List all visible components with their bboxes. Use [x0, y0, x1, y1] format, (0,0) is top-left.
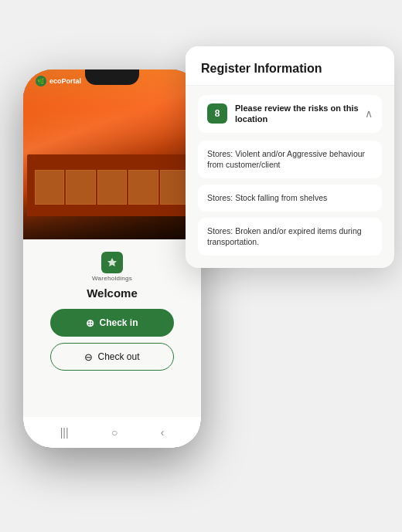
brand-icon: [101, 252, 123, 273]
building-facade: [27, 154, 197, 216]
checkout-icon: ⊖: [84, 351, 93, 363]
chevron-up-icon: ∧: [365, 107, 373, 120]
risk-section-title: Please review the risks on this location: [235, 103, 365, 125]
checkin-button[interactable]: ⊕ Check in: [50, 309, 174, 337]
brand-name: Wareholdings: [92, 275, 132, 282]
risk-items-list: Stores: Violent and/or Aggressive behavi…: [186, 141, 394, 256]
phone-bottom-bar: ||| ○ ‹: [23, 417, 201, 448]
welcome-heading: Welcome: [87, 286, 138, 300]
risk-header[interactable]: 8 Please review the risks on this locati…: [198, 95, 382, 133]
phone-device: ecoPortal: [23, 69, 201, 448]
checkout-button[interactable]: ⊖ Check out: [50, 343, 174, 371]
risk-header-left: 8 Please review the risks on this locati…: [207, 103, 365, 125]
risk-item-3: Stores: Broken and/or expired items duri…: [198, 218, 382, 256]
building-illustration: [23, 147, 201, 216]
risk-count-badge: 8: [207, 103, 227, 124]
home-indicator-back: ‹: [161, 426, 165, 439]
building-windows: [35, 170, 189, 205]
checkin-label: Check in: [99, 317, 138, 328]
risk-item-2: Stores: Stock falling from shelves: [198, 185, 382, 212]
checkin-icon: ⊕: [86, 317, 94, 329]
phone-notch: [85, 69, 139, 85]
risk-item-1: Stores: Violent and/or Aggressive behavi…: [198, 141, 382, 178]
hero-image: ecoPortal: [23, 69, 201, 239]
register-panel: Register Information 8 Please review the…: [186, 46, 394, 268]
panel-header: Register Information: [186, 46, 394, 86]
app-name: ecoPortal: [49, 77, 81, 85]
home-indicator-lines: |||: [60, 426, 69, 439]
home-indicator-circle: ○: [111, 426, 118, 439]
eco-logo-icon: [36, 76, 46, 86]
checkout-label: Check out: [97, 351, 139, 362]
panel-title: Register Information: [201, 62, 322, 75]
logo-area: ecoPortal: [36, 76, 81, 86]
brand-logo: Wareholdings: [92, 252, 132, 282]
